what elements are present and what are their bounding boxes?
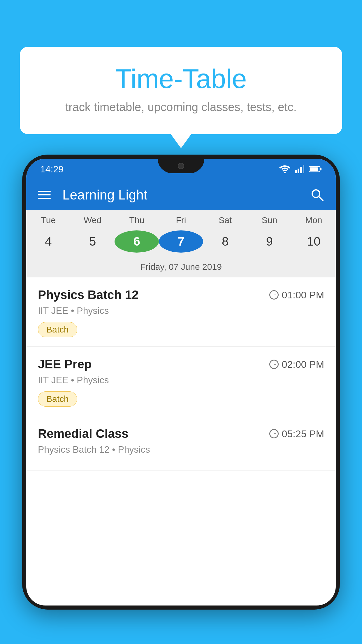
day-numbers: 4 5 6 7 8 9 10 (26, 228, 336, 258)
class-card-3[interactable]: Remedial Class 05:25 PM Physics Batch 12… (26, 416, 336, 470)
class-name-2: JEE Prep (38, 357, 92, 371)
clock-icon-1 (269, 290, 279, 300)
day-header-mon: Mon (291, 215, 336, 225)
class-name-3: Remedial Class (38, 427, 129, 441)
camera-dot (178, 163, 184, 169)
app-bar: Learning Light (26, 180, 336, 210)
phone-screen: 14:29 (26, 159, 336, 606)
status-bar: 14:29 (26, 159, 336, 180)
app-title: Learning Light (62, 187, 298, 203)
class-subtitle-3: Physics Batch 12 • Physics (38, 444, 324, 455)
hamburger-menu-icon[interactable] (38, 191, 51, 199)
day-6-today[interactable]: 6 (115, 230, 159, 253)
svg-rect-3 (300, 167, 302, 173)
bubble-title: Time-Table (43, 64, 319, 94)
class-subtitle-2: IIT JEE • Physics (38, 375, 324, 386)
class-name-1: Physics Batch 12 (38, 288, 139, 302)
day-headers: Tue Wed Thu Fri Sat Sun Mon (26, 210, 336, 228)
batch-tag-2: Batch (38, 391, 77, 407)
speech-bubble-section: Time-Table track timetable, upcoming cla… (20, 47, 342, 134)
phone-body: 14:29 (22, 155, 340, 610)
class-list: Physics Batch 12 01:00 PM IIT JEE • Phys… (26, 277, 336, 470)
day-header-fri: Fri (159, 215, 203, 225)
svg-rect-2 (298, 169, 299, 173)
day-header-sun: Sun (247, 215, 292, 225)
svg-rect-7 (310, 167, 318, 171)
wifi-icon (279, 165, 290, 173)
svg-rect-4 (303, 165, 304, 173)
day-header-sat: Sat (203, 215, 247, 225)
class-subtitle-1: IIT JEE • Physics (38, 305, 324, 316)
battery-icon (309, 166, 322, 173)
day-header-tue: Tue (26, 215, 71, 225)
search-icon[interactable] (310, 188, 324, 202)
class-time-2: 02:00 PM (269, 359, 324, 370)
speech-bubble-card: Time-Table track timetable, upcoming cla… (20, 47, 342, 134)
batch-tag-1: Batch (38, 322, 77, 337)
day-10[interactable]: 10 (291, 230, 336, 253)
class-card-1[interactable]: Physics Batch 12 01:00 PM IIT JEE • Phys… (26, 277, 336, 347)
class-time-1: 01:00 PM (269, 289, 324, 301)
signal-icon (295, 165, 304, 173)
svg-rect-6 (320, 168, 321, 170)
selected-date-label: Friday, 07 June 2019 (26, 258, 336, 277)
day-header-wed: Wed (71, 215, 115, 225)
day-8[interactable]: 8 (203, 230, 247, 253)
svg-line-9 (319, 197, 323, 201)
class-card-2[interactable]: JEE Prep 02:00 PM IIT JEE • Physics Batc… (26, 347, 336, 416)
phone-mockup: 14:29 (22, 155, 340, 644)
bubble-subtitle: track timetable, upcoming classes, tests… (43, 101, 319, 114)
svg-point-0 (284, 172, 286, 173)
svg-rect-1 (295, 170, 297, 173)
day-5[interactable]: 5 (71, 230, 115, 253)
clock-icon-3 (269, 429, 279, 438)
day-9[interactable]: 9 (247, 230, 292, 253)
status-time: 14:29 (40, 164, 64, 175)
status-icons (279, 165, 322, 173)
class-card-2-header: JEE Prep 02:00 PM (38, 357, 324, 371)
class-time-3: 05:25 PM (269, 428, 324, 440)
day-7-selected[interactable]: 7 (159, 230, 203, 253)
calendar-section: Tue Wed Thu Fri Sat Sun Mon 4 5 6 7 8 9 … (26, 210, 336, 277)
day-header-thu: Thu (115, 215, 159, 225)
class-card-3-header: Remedial Class 05:25 PM (38, 427, 324, 441)
clock-icon-2 (269, 360, 279, 369)
class-card-1-header: Physics Batch 12 01:00 PM (38, 288, 324, 302)
day-4[interactable]: 4 (26, 230, 71, 253)
phone-notch (158, 159, 204, 173)
